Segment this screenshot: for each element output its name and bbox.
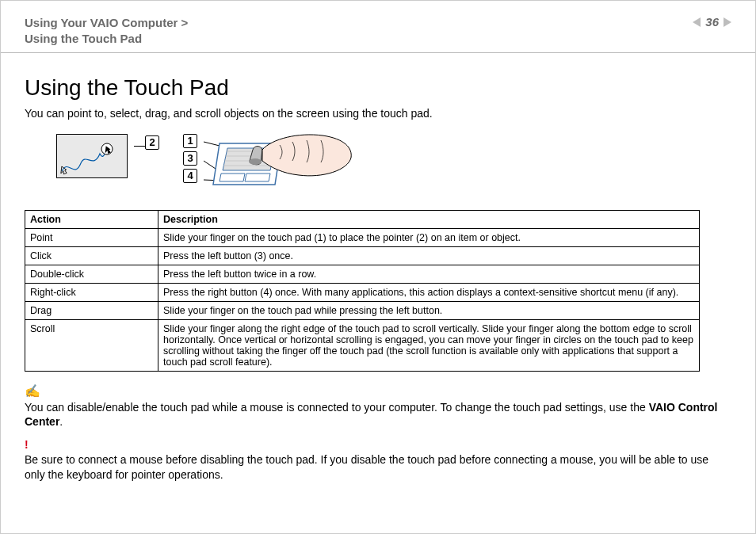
cell-desc: Press the left button (3) once.: [158, 247, 700, 265]
callout-box-1: 1: [183, 134, 197, 148]
note-text-a: You can disable/enable the touch pad whi…: [25, 401, 649, 414]
cell-desc: Press the left button twice in a row.: [158, 265, 700, 284]
cell-action: Double-click: [25, 265, 158, 284]
breadcrumb-line1: Using Your VAIO Computer >: [25, 15, 188, 31]
th-action: Action: [25, 211, 158, 229]
cell-action: Drag: [25, 302, 158, 320]
page-title: Using the Touch Pad: [25, 75, 731, 101]
table-row: Drag Slide your finger on the touch pad …: [25, 302, 700, 320]
callout-box-3: 3: [183, 151, 197, 166]
figure-cursor-trail: 2: [56, 134, 159, 178]
table-row: Point Slide your finger on the touch pad…: [25, 229, 700, 247]
cell-action: Scroll: [25, 320, 158, 372]
breadcrumb-line2: Using the Touch Pad: [25, 31, 188, 47]
page-header: Using Your VAIO Computer > Using the Tou…: [1, 1, 755, 53]
callout-box-2: 2: [145, 135, 159, 150]
note-text: You can disable/enable the touch pad whi…: [25, 400, 731, 430]
callout-2-group: 2: [134, 134, 159, 150]
svg-point-8: [249, 158, 262, 165]
touchpad-diagram: [204, 134, 354, 196]
intro-text: You can point to, select, drag, and scro…: [25, 107, 731, 120]
cursor-trail-panel: [56, 134, 128, 178]
callout-box-4: 4: [183, 169, 197, 183]
th-description: Description: [158, 211, 700, 229]
figure-row: 2 1 3 4: [25, 134, 731, 196]
breadcrumb: Using Your VAIO Computer > Using the Tou…: [25, 15, 188, 46]
note-text-b: .: [59, 415, 63, 428]
cell-action: Point: [25, 229, 158, 247]
figure-touchpad: 1 3 4: [183, 134, 354, 196]
table-row: Double-click Press the left button twice…: [25, 265, 700, 284]
cell-desc: Press the right button (4) once. With ma…: [158, 284, 700, 302]
next-page-icon[interactable]: [724, 17, 731, 27]
cell-desc: Slide your finger on the touch pad (1) t…: [158, 229, 700, 247]
page-number: 36: [705, 15, 719, 29]
cell-desc: Slide your finger along the right edge o…: [158, 320, 700, 372]
page-nav: 36: [693, 15, 731, 29]
cell-action: Click: [25, 247, 158, 265]
table-row: Right-click Press the right button (4) o…: [25, 284, 700, 302]
warning-icon: !: [25, 437, 731, 452]
warning-block: ! Be sure to connect a mouse before disa…: [1, 429, 755, 483]
table-row: Click Press the left button (3) once.: [25, 247, 700, 265]
note-icon: ✍: [25, 383, 731, 400]
page-content: Using the Touch Pad You can point to, se…: [1, 53, 755, 196]
touchpad-svg: [204, 134, 354, 196]
callouts-left-column: 1 3 4: [183, 134, 197, 196]
warning-text: Be sure to connect a mouse before disabl…: [25, 452, 731, 483]
cursor-trail-svg: [57, 135, 128, 179]
cell-action: Right-click: [25, 284, 158, 302]
callout-2-leader: [134, 146, 145, 147]
table-row: Scroll Slide your finger along the right…: [25, 320, 700, 372]
note-block: ✍ You can disable/enable the touch pad w…: [1, 372, 755, 429]
cell-desc: Slide your finger on the touch pad while…: [158, 302, 700, 320]
actions-table: Action Description Point Slide your fing…: [25, 210, 700, 372]
table-head-row: Action Description: [25, 211, 700, 229]
prev-page-icon[interactable]: [693, 17, 701, 27]
